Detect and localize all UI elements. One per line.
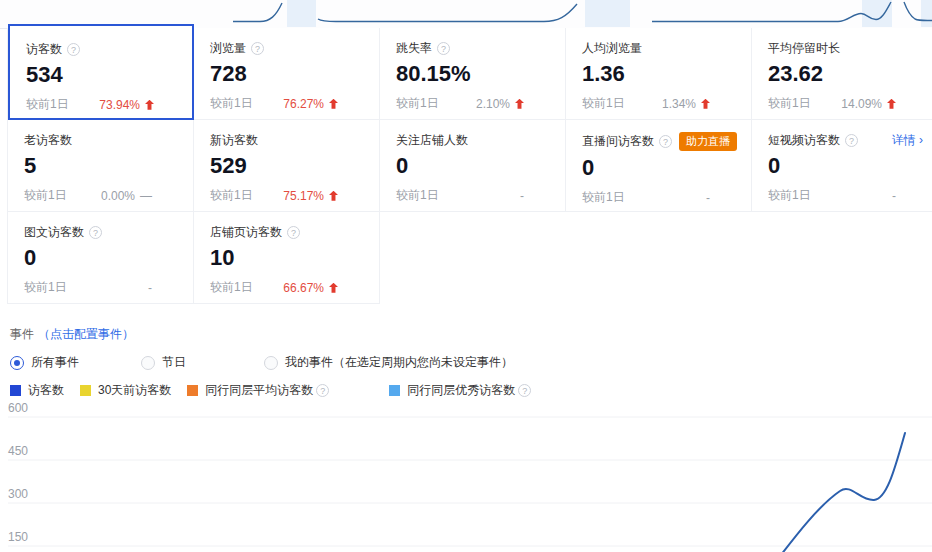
metric-card[interactable]: 跳失率 ? 80.15% 较前1日 2.10% [380, 28, 566, 120]
card-label: 短视频访客数 [768, 132, 840, 149]
card-header: 直播间访客数 ? 助力直播 [582, 132, 751, 151]
metric-card[interactable]: 人均浏览量 1.36 较前1日 1.34% [566, 28, 752, 120]
up-arrow-icon [145, 100, 154, 110]
metric-card[interactable]: 访客数 ? 534 较前1日 73.94% [8, 24, 194, 120]
metric-card[interactable]: 老访客数 5 较前1日 0.00%— [8, 120, 194, 212]
flat-dash-icon: — [140, 189, 152, 203]
highlight-band [585, 0, 630, 27]
card-value: 534 [26, 62, 192, 87]
help-icon[interactable]: ? [659, 135, 672, 148]
compare-label: 较前1日 [26, 96, 69, 113]
card-footer: 较前1日 - [396, 187, 524, 204]
events-radio-group: 所有事件 节日 我的事件（在选定周期内您尚未设定事件） [10, 354, 513, 371]
card-footer: 较前1日 2.10% [396, 95, 524, 112]
metric-card[interactable]: 平均停留时长 23.62 较前1日 14.09% [752, 28, 932, 120]
card-value: 0 [396, 153, 565, 178]
card-footer: 较前1日 75.17% [210, 187, 338, 204]
metric-card[interactable]: 关注店铺人数 0 较前1日 - [380, 120, 566, 212]
radio-label: 节日 [162, 354, 186, 371]
event-filter-option[interactable]: 节日 [141, 354, 186, 371]
card-label: 平均停留时长 [768, 40, 840, 57]
event-filter-option[interactable]: 我的事件（在选定周期内您尚未设定事件） [264, 354, 513, 371]
legend-swatch-icon [10, 385, 21, 396]
radio-icon[interactable] [141, 356, 155, 370]
legend-item[interactable]: 30天前访客数 [80, 382, 171, 399]
legend-item[interactable]: 同行同层平均访客数 ? [187, 382, 329, 399]
card-value: 0 [24, 245, 193, 270]
change-value: - [706, 191, 710, 205]
card-footer: 较前1日 1.34% [582, 95, 710, 112]
events-title: 事件 [10, 326, 34, 343]
compare-label: 较前1日 [396, 187, 439, 204]
highlight-band [287, 0, 316, 27]
up-arrow-icon [329, 99, 338, 109]
change-value: 76.27% [283, 97, 338, 111]
card-header: 短视频访客数 ? 详情 › [768, 132, 932, 149]
radio-icon[interactable] [10, 356, 24, 370]
card-header: 店铺页访客数 ? [210, 224, 379, 241]
card-value: 529 [210, 153, 379, 178]
card-footer: 较前1日 - [582, 189, 710, 206]
card-header: 人均浏览量 [582, 40, 751, 57]
help-icon[interactable]: ? [251, 42, 264, 55]
up-arrow-icon [329, 191, 338, 201]
sparkline [233, 3, 282, 22]
compare-label: 较前1日 [582, 95, 625, 112]
compare-label: 较前1日 [768, 95, 811, 112]
card-header: 图文访客数 ? [24, 224, 193, 241]
legend-item[interactable]: 同行同层优秀访客数 ? [389, 382, 531, 399]
chart-legend: 访客数 30天前访客数 同行同层平均访客数 ? 同行同层优秀访客数 ? [10, 382, 547, 399]
event-filter-option[interactable]: 所有事件 [10, 354, 79, 371]
metric-card[interactable]: 新访客数 529 较前1日 75.17% [194, 120, 380, 212]
y-axis-tick: 450 [8, 444, 28, 458]
analytics-dashboard: 访客数 ? 534 较前1日 73.94% 浏览量 ? 728 较前1日 76.… [0, 0, 932, 552]
metric-card[interactable]: 浏览量 ? 728 较前1日 76.27% [194, 28, 380, 120]
y-axis-tick: 300 [8, 487, 28, 501]
help-icon[interactable]: ? [89, 226, 102, 239]
card-value: 728 [210, 61, 379, 86]
compare-label: 较前1日 [768, 187, 811, 204]
up-arrow-icon [515, 99, 524, 109]
card-value: 0 [768, 153, 932, 178]
card-label: 老访客数 [24, 132, 72, 149]
card-footer: 较前1日 14.09% [768, 95, 896, 112]
change-value: 2.10% [476, 97, 524, 111]
card-value: 10 [210, 245, 379, 270]
detail-link[interactable]: 详情 › [892, 132, 923, 149]
metric-card[interactable]: 短视频访客数 ? 详情 › 0 较前1日 - [752, 120, 932, 212]
legend-swatch-icon [80, 385, 91, 396]
help-icon[interactable]: ? [437, 42, 450, 55]
card-header: 访客数 ? [26, 41, 192, 58]
boost-live-badge[interactable]: 助力直播 [679, 132, 737, 151]
events-section: 事件 （点击配置事件） 所有事件 节日 我的事件（在选定周期内您尚未设定事件） [10, 326, 513, 371]
card-label: 关注店铺人数 [396, 132, 468, 149]
change-value: 1.34% [662, 97, 710, 111]
help-icon[interactable]: ? [287, 226, 300, 239]
card-footer: 较前1日 0.00%— [24, 187, 152, 204]
legend-label: 同行同层优秀访客数 [407, 382, 515, 399]
card-label: 浏览量 [210, 40, 246, 57]
help-icon[interactable]: ? [67, 43, 80, 56]
legend-label: 访客数 [28, 382, 64, 399]
metric-card[interactable]: 直播间访客数 ? 助力直播 0 较前1日 - [566, 120, 752, 212]
card-header: 浏览量 ? [210, 40, 379, 57]
compare-label: 较前1日 [210, 187, 253, 204]
visitors-trend-line [774, 433, 905, 552]
configure-events-link[interactable]: （点击配置事件） [38, 326, 134, 343]
legend-item[interactable]: 访客数 [10, 382, 64, 399]
metric-card[interactable]: 图文访客数 ? 0 较前1日 - [8, 212, 194, 304]
empty-cell [380, 212, 566, 304]
compare-label: 较前1日 [210, 95, 253, 112]
legend-swatch-icon [389, 385, 400, 396]
help-icon[interactable]: ? [518, 384, 531, 397]
y-axis-tick: 150 [8, 530, 28, 544]
up-arrow-icon [887, 99, 896, 109]
help-icon[interactable]: ? [845, 134, 858, 147]
card-label: 直播间访客数 [582, 133, 654, 150]
card-label: 跳失率 [396, 40, 432, 57]
y-axis-tick: 600 [8, 401, 28, 415]
help-icon[interactable]: ? [316, 384, 329, 397]
highlight-band [862, 0, 892, 27]
metric-card[interactable]: 店铺页访客数 ? 10 较前1日 66.67% [194, 212, 380, 304]
radio-icon[interactable] [264, 356, 278, 370]
